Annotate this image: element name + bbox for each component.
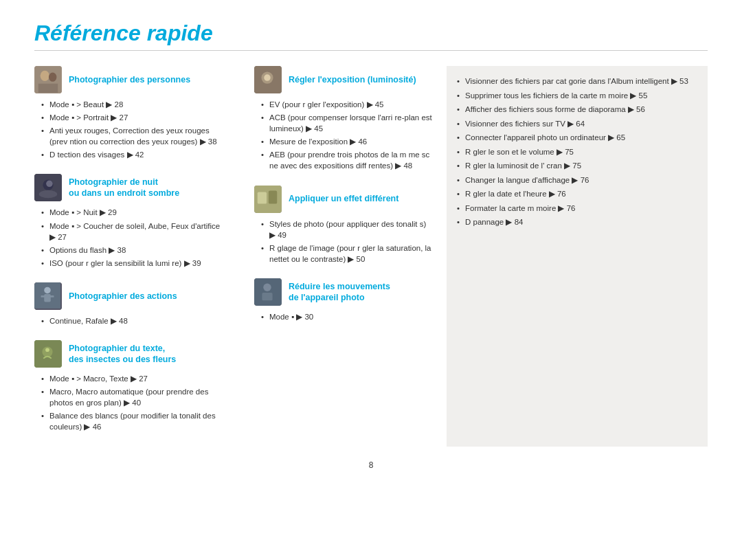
list-item: D tection des visages ▶ 42	[41, 149, 227, 160]
section-header-personnes: Photographier des personnes	[34, 66, 227, 93]
list-item: Continue, Rafale ▶ 48	[41, 315, 227, 326]
section-header-exposition: Régler l'exposition (luminosité)	[254, 66, 433, 93]
svg-rect-3	[38, 84, 58, 93]
main-layout: Photographier des personnes Mode ▪ > Bea…	[34, 66, 708, 447]
section-items-effet: Styles de photo (pour appliquer des tona…	[258, 219, 433, 265]
section-reduire: Réduire les mouvementsde l'appareil phot…	[254, 278, 433, 322]
list-item: R gler le son et le volume ▶ 75	[457, 147, 697, 158]
list-item: Mode ▪ > Beaut ▶ 28	[41, 99, 227, 110]
svg-point-2	[49, 73, 56, 82]
section-texte: Photographier du texte,des insectes ou d…	[34, 340, 227, 432]
section-title-personnes: Photographier des personnes	[69, 74, 190, 85]
list-item: Macro, Macro automatique (pour prendre d…	[41, 386, 227, 408]
list-item: D pannage ▶ 84	[457, 217, 697, 228]
section-header-reduire: Réduire les mouvementsde l'appareil phot…	[254, 278, 433, 306]
section-items-reduire: Mode ▪ ▶ 30	[258, 311, 433, 322]
list-item: R glage de l'image (pour r gler la satur…	[261, 243, 433, 265]
svg-point-1	[41, 71, 49, 81]
list-item: Balance des blancs (pour modifier la ton…	[41, 410, 227, 432]
section-title-exposition: Régler l'exposition (luminosité)	[289, 74, 416, 85]
col-left: Photographier des personnes Mode ▪ > Bea…	[34, 66, 240, 447]
list-item: Visionner des fichiers sur TV ▶ 64	[457, 119, 697, 130]
svg-rect-24	[262, 293, 272, 300]
section-items-personnes: Mode ▪ > Beaut ▶ 28 Mode ▪ > Portrait ▶ …	[38, 99, 227, 160]
thumb-nuit	[34, 174, 62, 201]
list-item: Mode ▪ ▶ 30	[261, 311, 433, 322]
section-header-texte: Photographier du texte,des insectes ou d…	[34, 340, 227, 368]
section-title-texte: Photographier du texte,des insectes ou d…	[69, 343, 176, 366]
col-right: Visionner des fichiers par cat gorie dan…	[447, 66, 708, 447]
section-title-effet: Appliquer un effet différent	[289, 193, 398, 204]
list-item: R gler la luminosit de l' cran ▶ 75	[457, 161, 697, 172]
list-item: Anti yeux rouges, Correction des yeux ro…	[41, 125, 227, 147]
list-item: Visionner des fichiers par cat gorie dan…	[457, 76, 697, 87]
col-right-items: Visionner des fichiers par cat gorie dan…	[457, 76, 697, 228]
page-footer: 8	[34, 460, 708, 470]
section-title-actions: Photographier des actions	[69, 291, 177, 302]
col-middle: Régler l'exposition (luminosité) EV (pou…	[240, 66, 447, 447]
page-title: Référence rapide	[34, 21, 708, 46]
section-title-reduire: Réduire les mouvementsde l'appareil phot…	[289, 281, 390, 304]
svg-point-23	[263, 284, 271, 291]
svg-point-6	[39, 190, 58, 198]
section-items-exposition: EV (pour r gler l'exposition) ▶ 45 ACB (…	[258, 99, 433, 172]
list-item: EV (pour r gler l'exposition) ▶ 45	[261, 99, 433, 110]
svg-point-7	[46, 181, 53, 188]
section-header-effet: Appliquer un effet différent	[254, 186, 433, 213]
section-actions: Photographier des actions Continue, Rafa…	[34, 282, 227, 326]
section-header-nuit: Photographier de nuitou dans un endroit …	[34, 174, 227, 201]
list-item: Mode ▪ > Coucher de soleil, Aube, Feux d…	[41, 221, 227, 243]
list-item: Supprimer tous les fichiers de la carte …	[457, 91, 697, 102]
svg-rect-20	[258, 192, 267, 203]
svg-rect-21	[269, 190, 277, 203]
title-divider	[34, 50, 708, 51]
list-item: Mesure de l'exposition ▶ 46	[261, 136, 433, 147]
list-item: Formater la carte m moire ▶ 76	[457, 203, 697, 214]
list-item: AEB (pour prendre trois photos de la m m…	[261, 149, 433, 171]
list-item: ISO (pour r gler la sensibilit la lumi r…	[41, 258, 227, 269]
page-number: 8	[369, 460, 374, 470]
list-item: Connecter l'appareil photo un ordinateur…	[457, 133, 697, 144]
svg-point-9	[44, 287, 51, 294]
list-item: Changer la langue d'affichage ▶ 76	[457, 175, 697, 186]
svg-rect-10	[44, 294, 51, 302]
thumb-exposition	[254, 66, 282, 93]
section-effet: Appliquer un effet différent Styles de p…	[254, 186, 433, 265]
thumb-personnes	[34, 66, 62, 93]
section-personnes: Photographier des personnes Mode ▪ > Bea…	[34, 66, 227, 160]
list-item: R gler la date et l'heure ▶ 76	[457, 189, 697, 200]
list-item: Styles de photo (pour appliquer des tona…	[261, 219, 433, 240]
section-nuit: Photographier de nuitou dans un endroit …	[34, 174, 227, 268]
list-item: ACB (pour compenser lorsque l'arri re-pl…	[261, 112, 433, 134]
svg-rect-11	[41, 295, 47, 298]
list-item: Afficher des fichiers sous forme de diap…	[457, 104, 697, 115]
svg-rect-12	[49, 295, 54, 298]
thumb-reduire	[254, 278, 282, 306]
thumb-texte	[34, 340, 62, 368]
svg-point-18	[264, 74, 271, 81]
section-items-nuit: Mode ▪ > Nuit ▶ 29 Mode ▪ > Coucher de s…	[38, 207, 227, 268]
list-item: Mode ▪ > Portrait ▶ 27	[41, 112, 227, 123]
list-item: Options du flash ▶ 38	[41, 245, 227, 256]
list-item: Mode ▪ > Nuit ▶ 29	[41, 207, 227, 218]
section-exposition: Régler l'exposition (luminosité) EV (pou…	[254, 66, 433, 172]
thumb-effet	[254, 186, 282, 213]
section-items-texte: Mode ▪ > Macro, Texte ▶ 27 Macro, Macro …	[38, 373, 227, 432]
svg-point-15	[45, 348, 49, 352]
section-header-actions: Photographier des actions	[34, 282, 227, 310]
thumb-actions	[34, 282, 62, 310]
section-items-actions: Continue, Rafale ▶ 48	[38, 315, 227, 326]
list-item: Mode ▪ > Macro, Texte ▶ 27	[41, 373, 227, 384]
section-title-nuit: Photographier de nuitou dans un endroit …	[69, 177, 179, 199]
